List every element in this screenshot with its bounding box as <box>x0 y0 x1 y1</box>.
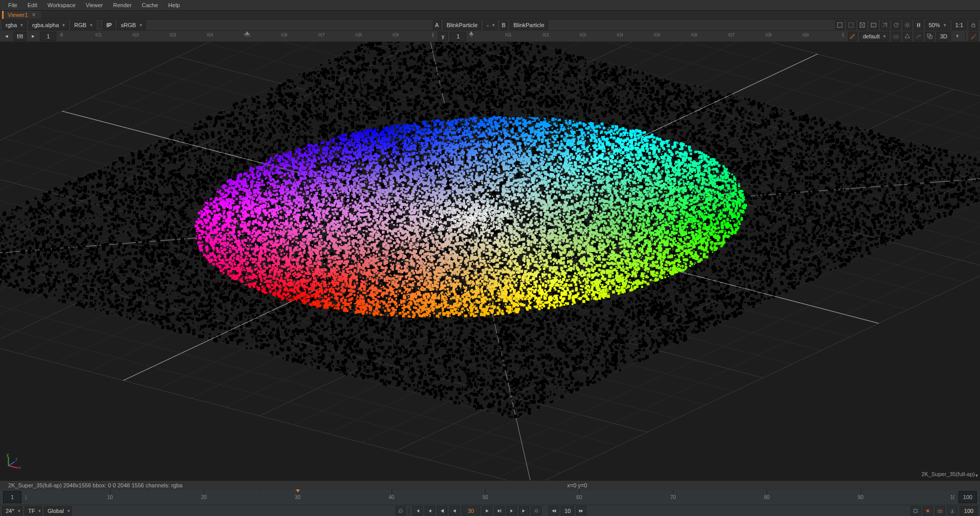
gamma-slider[interactable]: 00.10.20.30.40.50.60.70.80.91 <box>471 31 843 41</box>
tab-viewer1[interactable]: Viewer1 × <box>2 11 41 19</box>
fstop-label[interactable]: f/8 <box>13 32 27 41</box>
loop-mode-icon[interactable] <box>396 506 406 515</box>
svg-rect-7 <box>972 25 975 27</box>
zoom-select[interactable]: 50% <box>925 20 950 30</box>
first-frame-icon[interactable] <box>412 506 423 515</box>
info-format: 2K_Super_35(full-ap) 2048x1556 bbox: 0 0… <box>8 482 183 488</box>
range-end-field[interactable]: 100 <box>960 506 978 515</box>
skip-fwd-icon[interactable] <box>576 506 586 515</box>
clip-icon[interactable] <box>848 32 857 41</box>
menu-workspace[interactable]: Workspace <box>42 1 81 10</box>
wipe-icon[interactable] <box>880 20 889 30</box>
overscan-icon[interactable] <box>869 20 878 30</box>
eyedrop-icon[interactable] <box>969 32 978 41</box>
lut-preset[interactable]: default <box>859 32 889 41</box>
viewer[interactable]: y x z 2K_Super_35(full-ap) ▾ <box>0 42 980 480</box>
settings-icon[interactable] <box>903 20 912 30</box>
info-coord: x=0 y=0 <box>567 482 587 488</box>
svg-rect-6 <box>919 23 920 27</box>
skip-field[interactable]: 10 <box>561 506 574 515</box>
roi-icon[interactable] <box>846 20 856 30</box>
compare-b-node[interactable]: BlinkParticle <box>510 20 548 30</box>
chevron-down-icon[interactable]: ▾ <box>975 473 978 478</box>
gamma-label[interactable]: γ <box>438 32 448 41</box>
timeline-out[interactable]: 100 <box>959 491 977 503</box>
tf-field[interactable]: TF <box>25 506 42 515</box>
svg-rect-0 <box>837 23 842 27</box>
svg-rect-16 <box>443 509 444 512</box>
timeline: 1 110203040506070809010030 100 <box>0 489 980 505</box>
svg-point-18 <box>535 509 538 512</box>
snapshot-icon[interactable] <box>935 506 945 515</box>
svg-rect-2 <box>871 24 876 27</box>
play-back-icon[interactable] <box>449 506 460 515</box>
proxy-icon[interactable] <box>858 20 867 30</box>
svg-rect-17 <box>500 509 501 512</box>
menubar: File Edit Workspace Viewer Render Cache … <box>0 0 980 10</box>
viewport-canvas[interactable] <box>0 42 980 480</box>
menu-render[interactable]: Render <box>108 1 137 10</box>
stop-icon[interactable] <box>531 506 541 515</box>
menu-help[interactable]: Help <box>163 1 185 10</box>
gamma-value[interactable]: 1 <box>450 32 466 41</box>
svg-rect-20 <box>927 509 929 512</box>
svg-rect-5 <box>917 23 918 27</box>
menu-edit[interactable]: Edit <box>23 1 42 10</box>
compare-a-button[interactable]: A <box>433 20 441 30</box>
layer-select[interactable]: rgba <box>2 20 27 30</box>
prev-frame-icon[interactable]: ◂ <box>2 32 11 41</box>
export-icon[interactable] <box>947 506 957 515</box>
mode3d-toggle[interactable]: 3D <box>937 32 951 41</box>
toolbar-channels: rgba rgba.alpha RGB IP sRGB A BlinkParti… <box>0 19 980 31</box>
next-key-icon[interactable] <box>507 506 517 515</box>
svg-rect-19 <box>914 509 917 512</box>
separator <box>409 507 409 514</box>
frame-field[interactable]: 30 <box>462 506 480 515</box>
prev-key-icon[interactable] <box>425 506 435 515</box>
compare-a-suffix[interactable]: - <box>483 20 497 30</box>
viewer-infobar: 2K_Super_35(full-ap) 2048x1556 bbox: 0 0… <box>0 480 980 489</box>
zebra-icon[interactable] <box>891 32 901 41</box>
step-fwd-icon[interactable] <box>494 506 505 515</box>
tabstrip: Viewer1 × <box>0 10 980 19</box>
menu-cache[interactable]: Cache <box>137 1 163 10</box>
lock-zoom-icon[interactable] <box>969 20 978 30</box>
play-fwd-icon[interactable] <box>482 506 492 515</box>
step-back-icon[interactable] <box>437 506 447 515</box>
compare-b-button[interactable]: B <box>499 20 508 30</box>
last-frame-icon[interactable] <box>519 506 529 515</box>
fstop-value[interactable]: 1 <box>40 32 56 41</box>
close-icon[interactable]: × <box>32 11 36 18</box>
region-icon[interactable] <box>835 20 844 30</box>
sync-field[interactable]: Global <box>44 506 72 515</box>
tab-label: Viewer1 <box>8 12 28 18</box>
separator <box>99 21 100 29</box>
timeline-track[interactable]: 110203040506070809010030 <box>26 489 954 505</box>
overlay-icon[interactable] <box>925 32 934 41</box>
fullscreen-icon[interactable] <box>910 506 921 515</box>
skip-back-icon[interactable] <box>549 506 559 515</box>
svg-point-22 <box>940 510 941 512</box>
gamut-icon[interactable] <box>903 32 912 41</box>
ip-toggle[interactable]: IP <box>103 20 115 30</box>
fps-field[interactable]: 24* <box>2 506 23 515</box>
histogram-icon[interactable] <box>914 32 923 41</box>
alpha-select[interactable]: rgba.alpha <box>29 20 69 30</box>
colourmode-select[interactable]: RGB <box>71 20 96 30</box>
dropdown-icon[interactable]: ▾ <box>953 32 962 41</box>
refresh-icon[interactable] <box>891 20 901 30</box>
svg-point-4 <box>906 24 908 26</box>
playbar: 24* TF Global 30 10 100 <box>0 505 980 516</box>
toolbar-exposure: ◂ f/8 ▸ 1 00.10.20.30.40.50.60.70.80.91 … <box>0 31 980 42</box>
next-frame-icon[interactable]: ▸ <box>29 32 38 41</box>
svg-rect-1 <box>848 23 853 27</box>
fstop-slider[interactable]: 00.10.20.30.40.50.60.70.80.91 <box>61 31 433 41</box>
compare-a-node[interactable]: BlinkParticle <box>443 20 482 30</box>
timeline-in[interactable]: 1 <box>3 491 21 503</box>
pause-icon[interactable] <box>914 20 923 30</box>
colorspace-select[interactable]: sRGB <box>117 20 145 30</box>
ratio-button[interactable]: 1:1 <box>952 20 967 30</box>
record-icon[interactable] <box>923 506 933 515</box>
menu-file[interactable]: File <box>3 1 23 10</box>
menu-viewer[interactable]: Viewer <box>81 1 108 10</box>
